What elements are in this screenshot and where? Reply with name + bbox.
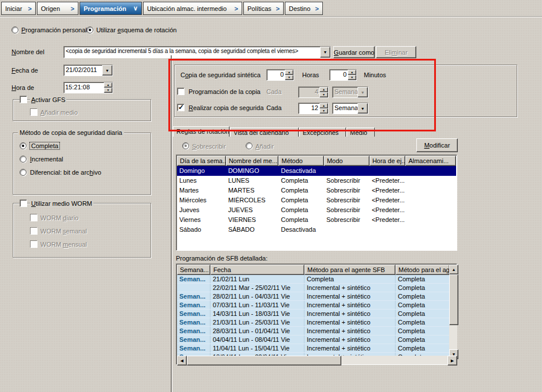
- table-row[interactable]: MiércolesMIÉRCOLESCompletaSobrescribir<P…: [177, 195, 456, 205]
- nombre-del-label: Nombre del: [12, 48, 44, 55]
- radio-utilizar-esquema-rotacion[interactable]: [86, 27, 93, 33]
- table-row[interactable]: DomingoDOMINGODesactivada: [177, 166, 456, 176]
- cada-label: Cada: [266, 104, 281, 111]
- unidad-combobox[interactable]: Semana/s ▼: [332, 103, 368, 114]
- programacion-copia-checkbox[interactable]: [177, 88, 185, 95]
- hora-spinner[interactable]: 15:21:08 ▲▼: [63, 82, 113, 93]
- utilizar-worm-checkbox[interactable]: [20, 199, 27, 207]
- table-row[interactable]: Seman...14/03/11 Lun - 18/03/11 VieIncre…: [177, 310, 449, 318]
- column-header[interactable]: Almacenami...: [405, 156, 456, 166]
- table-row[interactable]: ViernesVIERNESCompletaSobrescribir<Prede…: [177, 215, 456, 225]
- combo-dropdown-icon[interactable]: ▼: [357, 103, 368, 114]
- cada-spinner[interactable]: 12 ▲▼: [298, 103, 329, 114]
- radio-anadir[interactable]: [246, 142, 253, 149]
- table-row[interactable]: Seman...11/04/11 Lun - 15/04/11 VieIncre…: [177, 344, 449, 353]
- table-row[interactable]: Seman...21/02/11 LunCompletaCompleta: [177, 275, 449, 284]
- scrollbar-track[interactable]: [341, 356, 447, 364]
- vertical-scrollbar[interactable]: ▲ ▼: [449, 265, 457, 356]
- column-header[interactable]: Método para el agente SFB: [304, 265, 396, 275]
- scroll-left-icon[interactable]: ◀: [177, 356, 187, 365]
- spin-up-icon[interactable]: ▲: [104, 82, 112, 88]
- column-header[interactable]: Día de la sema...: [177, 156, 226, 166]
- scroll-right-icon[interactable]: ▶: [447, 356, 457, 365]
- combo-dropdown-icon[interactable]: ▼: [320, 47, 330, 58]
- scrollbar-thumb[interactable]: [449, 274, 458, 325]
- eliminar-button[interactable]: Eliminar: [376, 46, 416, 58]
- spin-up-icon[interactable]: ▲: [348, 70, 356, 75]
- fecha-combobox[interactable]: 21/02/2011 ▼: [63, 65, 113, 76]
- table-row[interactable]: Seman...04/04/11 Lun - 08/04/11 VieIncre…: [177, 336, 449, 344]
- radio-utilizar-esquema-rotacion-label[interactable]: Utilizar esquema de rotación: [96, 27, 176, 33]
- column-header[interactable]: Método: [278, 156, 324, 166]
- column-header[interactable]: Nombre del me...: [226, 156, 279, 166]
- utilizar-worm-label[interactable]: Utilizar medio WORM: [30, 200, 93, 207]
- wizard-tab-origen[interactable]: Origen >: [37, 2, 78, 15]
- spin-down-icon[interactable]: ▼: [348, 75, 356, 80]
- anadir-medio-checkbox[interactable]: [30, 108, 37, 116]
- table-row[interactable]: Seman...21/03/11 Lun - 25/03/11 VieIncre…: [177, 318, 449, 327]
- radio-sobrescribir[interactable]: [182, 142, 189, 149]
- table-row[interactable]: MartesMARTESCompletaSobrescribir<Predete…: [177, 186, 456, 195]
- column-header[interactable]: Fecha: [210, 265, 304, 275]
- table-row[interactable]: SábadoSÁBADODesactivada: [177, 225, 456, 235]
- scroll-up-icon[interactable]: ▲: [449, 265, 458, 274]
- radio-completa-label[interactable]: Completa: [30, 142, 59, 149]
- combo-dropdown-icon[interactable]: ▼: [102, 65, 112, 76]
- radio-incremental[interactable]: [20, 156, 27, 163]
- activar-gfs-checkbox[interactable]: [20, 96, 27, 103]
- spin-down-icon[interactable]: ▼: [285, 75, 293, 80]
- scrollbar-track[interactable]: [449, 325, 457, 349]
- tab-medio[interactable]: Medio: [347, 127, 375, 137]
- radio-programacion-personalizada-label[interactable]: Programación personaliz: [21, 27, 92, 33]
- copia-sintetica-label: Copia de seguridad sintética: [180, 71, 261, 78]
- activar-gfs-label[interactable]: Activar GFS: [30, 96, 66, 103]
- spin-down-icon[interactable]: ▼: [104, 88, 112, 93]
- column-header[interactable]: Hora de ej...: [370, 156, 406, 166]
- table-row[interactable]: Seman...07/03/11 Lun - 11/03/11 VieIncre…: [177, 301, 449, 310]
- wizard-tab-programacion[interactable]: Programación ∨: [80, 2, 142, 15]
- worm-mensual-checkbox[interactable]: [30, 240, 37, 248]
- realizar-copia-checkbox[interactable]: [177, 104, 185, 111]
- worm-diario-checkbox[interactable]: [30, 214, 37, 221]
- spin-up-icon[interactable]: ▲: [319, 103, 328, 108]
- column-header[interactable]: Semana...: [177, 265, 210, 275]
- spin-down-icon[interactable]: ▼: [319, 108, 328, 114]
- table-row[interactable]: LunesLUNESCompletaSobrescribir<Predeter.…: [177, 176, 456, 186]
- tab-vista-del-calendario[interactable]: Vista del calendario: [230, 127, 299, 137]
- wizard-tab-politicas[interactable]: Políticas >: [243, 2, 284, 15]
- horizontal-scrollbar[interactable]: ◀ ▶: [177, 356, 457, 364]
- scheme-name-combobox[interactable]: <copia de seguridad incremental 5 días a…: [63, 46, 331, 58]
- minutos-spinner[interactable]: 0 ▲▼: [329, 69, 357, 81]
- radio-incremental-label[interactable]: Incremental: [30, 156, 63, 163]
- spin-up-icon[interactable]: ▲: [319, 87, 328, 92]
- column-header[interactable]: Método para el ag: [396, 265, 449, 275]
- horas-spinner[interactable]: 0 ▲▼: [266, 69, 294, 81]
- table-row[interactable]: Seman...28/03/11 Lun - 01/04/11 VieIncre…: [177, 327, 449, 336]
- cada-value: 12: [299, 103, 319, 114]
- tab-excepciones[interactable]: Excepciones: [299, 127, 346, 137]
- realizar-copia-label[interactable]: Realizar copia de segurida: [189, 104, 264, 111]
- table-row[interactable]: 22/02/11 Mar - 25/02/11 VieIncremental +…: [177, 284, 449, 292]
- radio-diferencial[interactable]: [20, 169, 27, 176]
- wizard-tab-destino[interactable]: Destino >: [285, 2, 323, 15]
- table-row[interactable]: Seman...28/02/11 Lun - 04/03/11 VieIncre…: [177, 292, 449, 301]
- programacion-copia-label[interactable]: Programación de la copia: [189, 88, 264, 95]
- spin-up-icon[interactable]: ▲: [285, 70, 293, 75]
- column-header[interactable]: Modo: [324, 156, 370, 166]
- radio-completa[interactable]: [20, 142, 27, 149]
- cada-spinner-disabled[interactable]: 4 ▲▼: [298, 86, 329, 98]
- table-row[interactable]: JuevesJUEVESCompletaSobrescribir<Predete…: [177, 205, 456, 215]
- wizard-tab-iniciar[interactable]: Iniciar >: [1, 2, 36, 15]
- scrollbar-thumb[interactable]: [187, 356, 341, 365]
- combo-dropdown-icon[interactable]: ▼: [357, 87, 368, 97]
- wizard-tab-ubicacion[interactable]: Ubicación almac. intermedio >: [143, 2, 242, 15]
- spin-down-icon[interactable]: ▼: [319, 92, 328, 97]
- worm-semanal-checkbox[interactable]: [30, 227, 37, 235]
- tab-reglas-de-rotacion[interactable]: Reglas de rotación: [173, 126, 229, 137]
- modificar-button[interactable]: Modificar: [416, 138, 458, 152]
- metodo-diario-title: Método de copia de seguridad diaria: [18, 129, 124, 136]
- radio-diferencial-label[interactable]: Diferencial: bit de archivo: [30, 169, 101, 176]
- guardar-como-button[interactable]: Guardar como: [333, 46, 375, 58]
- radio-programacion-personalizada[interactable]: [12, 27, 18, 33]
- unidad-combobox-disabled[interactable]: Semana/s ▼: [332, 86, 368, 98]
